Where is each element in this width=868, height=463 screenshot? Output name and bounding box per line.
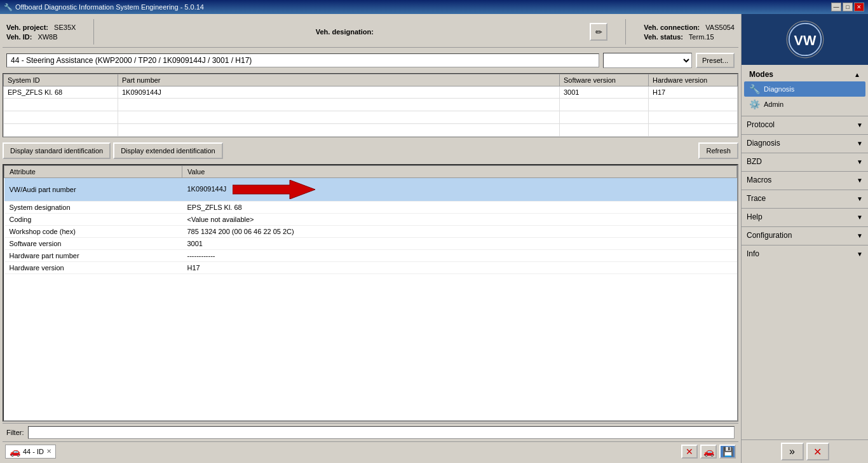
edit-button[interactable]: ✏ — [590, 23, 607, 41]
menu-diagnosis-label: Diagnosis — [747, 139, 780, 148]
module-title: 44 - Steering Assistance (KWP2000 / TP20… — [6, 53, 599, 67]
menu-info[interactable]: Info ▼ — [742, 245, 868, 262]
tab-car-button[interactable]: 🚗 — [700, 445, 717, 459]
menu-help[interactable]: Help ▼ — [742, 209, 868, 225]
attr-value-2: <Value not available> — [182, 214, 737, 226]
preset-dropdown[interactable] — [603, 53, 692, 68]
forward-button[interactable]: » — [781, 443, 804, 460]
bottom-close-button[interactable]: ✕ — [806, 443, 829, 460]
system-table: System ID Part number Software version H… — [3, 74, 738, 137]
logo-area: VW — [742, 14, 868, 65]
modes-label: Modes — [749, 70, 773, 79]
system-id-cell: EPS_ZFLS Kl. 68 — [4, 86, 118, 99]
tab-save-button[interactable]: 💾 — [719, 445, 736, 459]
attr-value-0: 1K0909144J — [182, 178, 737, 202]
veh-id-label: Veh. ID: — [6, 33, 32, 41]
tab-44-id[interactable]: 🚗 44 - ID ✕ — [5, 445, 56, 459]
attr-name-0: VW/Audi part number — [4, 178, 182, 202]
bottom-right-btns: » ✕ — [742, 439, 868, 463]
tab-delete-button[interactable]: ✕ — [681, 445, 698, 459]
titlebar-controls[interactable]: — □ ✕ — [831, 3, 864, 11]
modes-header[interactable]: Modes ▲ — [744, 67, 865, 81]
admin-icon: ⚙️ — [749, 99, 760, 109]
svg-marker-0 — [233, 180, 315, 199]
attr-value-1: EPS_ZFLS Kl. 68 — [182, 202, 737, 214]
mode-diagnosis[interactable]: 🔧 Diagnosis — [744, 81, 865, 97]
titlebar-title: 🔧 Offboard Diagnostic Information System… — [4, 3, 204, 11]
menu-section-trace: Trace ▼ — [742, 190, 868, 207]
tab-label: 44 - ID — [23, 448, 44, 455]
mode-diagnosis-label: Diagnosis — [764, 85, 794, 93]
attr-row-6: Hardware versionH17 — [4, 262, 737, 274]
menu-help-label: Help — [747, 212, 763, 221]
attr-name-3: Workshop code (hex) — [4, 226, 182, 238]
veh-connection-group: Veh. connection: VAS5054 Veh. status: Te… — [644, 24, 735, 41]
hw-version-cell: H17 — [649, 86, 738, 99]
red-arrow-annotation — [233, 180, 315, 199]
macros-chevron: ▼ — [857, 177, 863, 184]
menu-protocol[interactable]: Protocol ▼ — [742, 116, 868, 133]
table-row: EPS_ZFLS Kl. 68 1K0909144J 3001 H17 — [4, 86, 738, 99]
menu-bzd-label: BZD — [747, 157, 762, 166]
app-title: Offboard Diagnostic Information System E… — [15, 3, 204, 11]
attr-row-3: Workshop code (hex)785 1324 200 (00 06 4… — [4, 226, 737, 238]
mode-admin[interactable]: ⚙️ Admin — [744, 97, 865, 112]
minimize-button[interactable]: — — [831, 3, 841, 11]
filter-label: Filter: — [6, 429, 24, 436]
tab-car-icon: 🚗 — [10, 446, 20, 457]
highlighted-value: 1K0909144J — [187, 185, 227, 193]
table-row-empty2 — [4, 111, 738, 124]
menu-section-macros: Macros ▼ — [742, 171, 868, 188]
menu-macros[interactable]: Macros ▼ — [742, 172, 868, 188]
info-chevron: ▼ — [857, 251, 863, 258]
menu-trace[interactable]: Trace ▼ — [742, 190, 868, 207]
tab-close-icon[interactable]: ✕ — [46, 448, 51, 455]
sw-version-cell: 3001 — [560, 86, 649, 99]
attr-row-4: Software version3001 — [4, 238, 737, 250]
attr-value-4: 3001 — [182, 238, 737, 250]
menu-configuration-label: Configuration — [747, 231, 792, 240]
mode-admin-label: Admin — [764, 100, 783, 108]
attr-row-1: System designationEPS_ZFLS Kl. 68 — [4, 202, 737, 214]
diagnosis-icon: 🔧 — [749, 84, 760, 94]
preset-button[interactable]: Preset... — [696, 53, 735, 68]
main-container: Veh. project: SE35X Veh. ID: XW8B Veh. d… — [0, 14, 868, 463]
refresh-button[interactable]: Refresh — [698, 142, 738, 159]
filter-input[interactable] — [28, 426, 735, 439]
display-extended-button[interactable]: Display extended identification — [113, 142, 223, 159]
menu-section-diagnosis: Diagnosis ▼ — [742, 134, 868, 151]
action-bar: Display standard identification Display … — [3, 140, 738, 162]
veh-id-value: XW8B — [36, 33, 57, 41]
menu-info-label: Info — [747, 249, 759, 258]
menu-diagnosis[interactable]: Diagnosis ▼ — [742, 135, 868, 151]
menu-section-bzd: BZD ▼ — [742, 153, 868, 170]
veh-project-value: SE35X — [52, 24, 76, 31]
close-button[interactable]: ✕ — [854, 3, 864, 11]
svg-text:VW: VW — [794, 32, 816, 48]
titlebar: 🔧 Offboard Diagnostic Information System… — [0, 0, 868, 14]
content-area: Veh. project: SE35X Veh. ID: XW8B Veh. d… — [0, 14, 741, 463]
tab-bar: 🚗 44 - ID ✕ ✕ 🚗 💾 — [3, 441, 738, 460]
display-standard-button[interactable]: Display standard identification — [3, 142, 111, 159]
menu-macros-label: Macros — [747, 176, 771, 184]
header-divider — [93, 19, 94, 45]
help-chevron: ▼ — [857, 214, 863, 221]
maximize-button[interactable]: □ — [843, 3, 853, 11]
attr-value-6: H17 — [182, 262, 737, 274]
menu-configuration[interactable]: Configuration ▼ — [742, 227, 868, 244]
trace-chevron: ▼ — [857, 195, 863, 202]
value-col-header: Value — [182, 166, 737, 178]
attr-name-1: System designation — [4, 202, 182, 214]
app-icon: 🔧 — [4, 3, 13, 11]
menu-section-info: Info ▼ — [742, 245, 868, 262]
modes-section: Modes ▲ 🔧 Diagnosis ⚙️ Admin — [742, 65, 868, 114]
menu-protocol-label: Protocol — [747, 120, 775, 129]
menu-bzd[interactable]: BZD ▼ — [742, 153, 868, 170]
menu-section-configuration: Configuration ▼ — [742, 226, 868, 244]
col-part: Part number — [118, 74, 560, 86]
menu-section-help: Help ▼ — [742, 208, 868, 225]
attr-name-6: Hardware version — [4, 262, 182, 274]
modes-chevron: ▲ — [854, 71, 860, 78]
protocol-chevron: ▼ — [857, 121, 863, 128]
table-row-empty1 — [4, 99, 738, 111]
